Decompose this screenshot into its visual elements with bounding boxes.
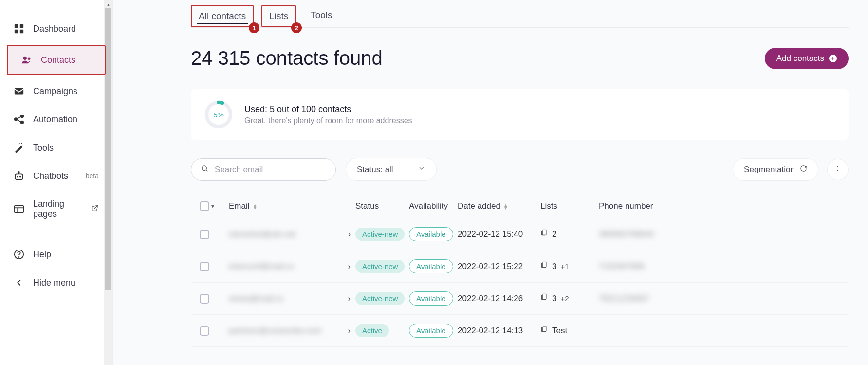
search-box[interactable] <box>191 158 336 181</box>
usage-percent: 5% <box>204 100 233 129</box>
svg-point-4 <box>23 57 27 60</box>
col-phone: Phone number <box>599 201 716 211</box>
svg-line-28 <box>206 170 207 171</box>
plus-icon: + <box>829 55 837 62</box>
sidebar-item-chatbots[interactable]: Chatbots beta <box>0 162 112 190</box>
svg-point-13 <box>22 145 23 146</box>
row-checkbox[interactable] <box>200 262 209 271</box>
select-all-checkbox[interactable] <box>200 201 209 211</box>
table-row[interactable]: cleverbot@ukr.net › Active-new Available… <box>191 218 849 250</box>
page-title: 24 315 contacts found <box>191 47 383 69</box>
tab-label: Tools <box>311 10 332 20</box>
tab-all-contacts[interactable]: All contacts 1 <box>191 5 254 27</box>
chevron-right-icon[interactable]: › <box>348 327 351 335</box>
sidebar-item-campaigns[interactable]: Campaigns <box>0 77 112 105</box>
sort-icon: ▴▾ <box>504 203 507 209</box>
col-status: Status <box>355 201 409 211</box>
status-dropdown[interactable]: Status: all <box>346 158 437 181</box>
svg-line-10 <box>17 117 20 119</box>
availability-badge: Available <box>409 227 453 241</box>
row-checkbox[interactable] <box>200 294 209 304</box>
layout-icon <box>14 204 24 214</box>
sidebar-item-label: Tools <box>33 143 54 153</box>
table-header: ▾ Email ▴▾ Status Availability Date adde… <box>191 194 849 218</box>
sidebar-item-label: Contacts <box>41 55 75 65</box>
svg-point-19 <box>18 172 19 173</box>
lists-count: Test <box>552 326 567 336</box>
svg-rect-32 <box>543 262 547 267</box>
table-row[interactable]: partners@unisender.com › Active Availabl… <box>191 315 849 347</box>
sidebar-item-contacts[interactable]: Contacts <box>7 45 106 75</box>
lists-icon <box>540 293 548 304</box>
grid-icon <box>14 23 24 34</box>
sidebar-item-label: Chatbots <box>33 171 68 181</box>
lists-count: 3 <box>552 294 556 304</box>
search-input[interactable] <box>215 165 326 174</box>
table-row[interactable]: renee@mail.ru › Active-new Available 202… <box>191 283 849 315</box>
row-checkbox[interactable] <box>200 326 209 336</box>
sidebar-item-landing-pages[interactable]: Landing pages <box>0 190 112 228</box>
svg-point-8 <box>21 115 23 118</box>
date-value: 2022-02-12 14:26 <box>458 294 540 304</box>
svg-rect-30 <box>543 230 547 235</box>
status-badge: Active-new <box>355 228 405 241</box>
add-contacts-button[interactable]: Add contacts + <box>765 48 849 69</box>
sidebar-item-dashboard[interactable]: Dashboard <box>0 15 112 43</box>
chevron-down-icon <box>418 164 425 174</box>
segmentation-button[interactable]: Segmentation <box>733 158 818 181</box>
sidebar-item-help[interactable]: Help <box>0 240 112 269</box>
usage-card: 5% Used: 5 out of 100 contacts Great, th… <box>191 89 849 140</box>
svg-point-24 <box>19 257 19 257</box>
chevron-right-icon[interactable]: › <box>348 230 351 239</box>
svg-rect-1 <box>20 24 23 28</box>
svg-point-12 <box>21 143 22 144</box>
sidebar-item-automation[interactable]: Automation <box>0 105 112 134</box>
date-value: 2022-02-12 15:22 <box>458 262 540 271</box>
lists-extra: +1 <box>560 262 569 270</box>
col-date-added[interactable]: Date added ▴▾ <box>458 201 540 211</box>
col-availability: Availability <box>409 201 458 211</box>
annotation-badge-1: 1 <box>249 22 259 33</box>
row-checkbox[interactable] <box>200 230 209 239</box>
sidebar-item-tools[interactable]: Tools <box>0 134 112 162</box>
svg-point-17 <box>20 176 21 177</box>
col-email[interactable]: Email ▴▾ <box>229 201 355 211</box>
chevron-right-icon[interactable]: › <box>348 262 351 271</box>
lists-icon <box>540 326 548 336</box>
status-badge: Active-new <box>355 292 405 305</box>
date-value: 2022-02-12 15:40 <box>458 230 540 239</box>
svg-line-11 <box>17 120 20 122</box>
main-content: All contacts 1 Lists 2 Tools 24 315 cont… <box>113 0 868 365</box>
page-header: 24 315 contacts found Add contacts + <box>191 47 849 69</box>
external-link-icon <box>91 204 99 214</box>
email-value: cleverbot@ukr.net <box>229 230 295 239</box>
envelope-icon <box>14 86 24 96</box>
availability-badge: Available <box>409 291 453 306</box>
svg-rect-2 <box>15 30 18 33</box>
tab-label: Lists <box>269 11 288 21</box>
phone-value: 79211234567 <box>599 294 716 304</box>
sidebar-divider <box>10 234 103 234</box>
date-value: 2022-02-12 14:13 <box>458 326 540 336</box>
availability-badge: Available <box>409 259 453 273</box>
help-icon <box>14 249 24 260</box>
table-row[interactable]: interconf@mail.ru › Active-new Available… <box>191 250 849 283</box>
scrollbar-up-icon[interactable]: ▴ <box>105 1 111 8</box>
more-actions-button[interactable]: ⋮ <box>827 159 849 180</box>
col-lists: Lists <box>540 201 599 211</box>
usage-line1: Used: 5 out of 100 contacts <box>244 104 412 115</box>
chevron-down-icon[interactable]: ▾ <box>211 203 214 210</box>
sidebar-item-hide-menu[interactable]: Hide menu <box>0 269 112 297</box>
svg-rect-0 <box>15 24 18 28</box>
chevron-right-icon[interactable]: › <box>348 294 351 303</box>
lists-count: 3 <box>552 262 556 271</box>
button-label: Add contacts <box>776 54 824 63</box>
robot-icon <box>14 171 24 181</box>
svg-point-16 <box>17 176 18 177</box>
lists-icon <box>540 229 548 239</box>
tab-tools[interactable]: Tools <box>304 5 339 25</box>
toolbar: Status: all Segmentation ⋮ <box>191 158 849 181</box>
share-icon <box>14 114 24 125</box>
tab-lists[interactable]: Lists 2 <box>261 5 296 27</box>
svg-point-7 <box>15 118 17 121</box>
